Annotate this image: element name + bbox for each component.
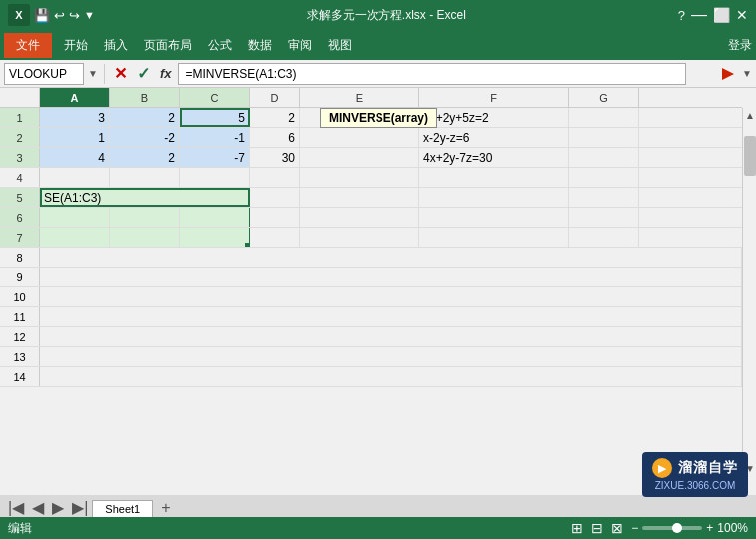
menu-insert[interactable]: 插入 [96, 33, 136, 58]
cell-e7[interactable] [300, 228, 419, 247]
zoom-thumb[interactable] [672, 523, 682, 533]
cell-d6[interactable] [250, 208, 300, 227]
status-right-icons: ⊞ ⊟ ⊠ − + 100% [571, 520, 748, 536]
tab-nav-last[interactable]: ▶| [68, 498, 92, 517]
row-num-8: 8 [0, 248, 40, 267]
tab-nav-next[interactable]: ▶ [48, 498, 68, 517]
scroll-up-arrow[interactable]: ▲ [743, 108, 756, 122]
vertical-scrollbar[interactable]: ▲ ▼ [742, 108, 756, 475]
cell-g4[interactable] [569, 168, 639, 187]
col-header-g[interactable]: G [569, 88, 639, 107]
cell-c4[interactable] [180, 168, 250, 187]
cell-a5[interactable]: SE(A1:C3) [40, 188, 250, 207]
col-header-b[interactable]: B [110, 88, 180, 107]
col-header-f[interactable]: F [419, 88, 569, 107]
cell-b4[interactable] [110, 168, 180, 187]
add-sheet-button[interactable]: + [155, 499, 176, 517]
menu-file[interactable]: 文件 [4, 33, 52, 58]
cell-a4[interactable] [40, 168, 110, 187]
minimize-button[interactable]: — [691, 6, 707, 24]
cell-c1[interactable]: 5 [180, 108, 250, 127]
cell-f1[interactable]: 3x+2y+5z=2 [419, 108, 569, 127]
zoom-out-icon[interactable]: − [631, 521, 638, 535]
table-row: 13 [0, 347, 742, 367]
page-break-icon[interactable]: ⊠ [611, 520, 623, 536]
cell-f6[interactable] [419, 208, 569, 227]
tab-nav-prev[interactable]: ◀ [28, 498, 48, 517]
cell-f3[interactable]: 4x+2y-7z=30 [419, 148, 569, 167]
restore-button[interactable]: ⬜ [713, 7, 730, 23]
cell-e5[interactable] [300, 188, 419, 207]
login-button[interactable]: 登录 [728, 37, 752, 54]
cell-g2[interactable] [569, 128, 639, 147]
sheet-tab-sheet1[interactable]: Sheet1 [92, 500, 153, 517]
cell-b7[interactable] [110, 228, 180, 247]
menu-formula[interactable]: 公式 [200, 33, 240, 58]
cell-g3[interactable] [569, 148, 639, 167]
cell-c3[interactable]: -7 [180, 148, 250, 167]
formula-input[interactable] [178, 63, 686, 85]
cell-f2[interactable]: x-2y-z=6 [419, 128, 569, 147]
cell-c7[interactable] [180, 228, 250, 247]
cell-f4[interactable] [419, 168, 569, 187]
undo-icon[interactable]: ↩ [54, 8, 65, 23]
table-row: 10 [0, 287, 742, 307]
formula-dropdown-icon[interactable]: ▼ [742, 68, 752, 79]
cell-d1[interactable]: 2 [250, 108, 300, 127]
cell-a6[interactable] [40, 208, 110, 227]
cell-b6[interactable] [110, 208, 180, 227]
cell-b1[interactable]: 2 [110, 108, 180, 127]
cell-e2[interactable] [300, 128, 419, 147]
cell-b3[interactable]: 2 [110, 148, 180, 167]
tab-nav-first[interactable]: |◀ [4, 498, 28, 517]
cell-c2[interactable]: -1 [180, 128, 250, 147]
customize-icon[interactable]: ▼ [84, 9, 95, 21]
cell-f7[interactable] [419, 228, 569, 247]
fx-icon[interactable]: fx [157, 66, 175, 81]
cell-d4[interactable] [250, 168, 300, 187]
quick-save-icon[interactable]: 💾 [34, 8, 50, 23]
menu-home[interactable]: 开始 [56, 33, 96, 58]
fill-handle[interactable] [245, 243, 250, 247]
confirm-icon[interactable]: ✓ [134, 64, 153, 83]
zoom-in-icon[interactable]: + [706, 521, 713, 535]
menu-data[interactable]: 数据 [240, 33, 280, 58]
normal-view-icon[interactable]: ⊞ [571, 520, 583, 536]
cell-d3[interactable]: 30 [250, 148, 300, 167]
cell-d7[interactable] [250, 228, 300, 247]
cancel-icon[interactable]: ✕ [111, 64, 130, 83]
cell-g6[interactable] [569, 208, 639, 227]
menu-pagelayout[interactable]: 页面布局 [136, 33, 200, 58]
col-header-e[interactable]: E [300, 88, 419, 107]
cell-e3[interactable] [300, 148, 419, 167]
name-box-arrow[interactable]: ▼ [88, 68, 98, 79]
cell-f5[interactable] [419, 188, 569, 207]
name-box[interactable] [4, 63, 84, 85]
redo-icon[interactable]: ↪ [69, 8, 80, 23]
menu-review[interactable]: 审阅 [280, 33, 320, 58]
cell-e4[interactable] [300, 168, 419, 187]
cell-d2[interactable]: 6 [250, 128, 300, 147]
cell-a1[interactable]: 3 [40, 108, 110, 127]
cell-e6[interactable] [300, 208, 419, 227]
cell-g5[interactable] [569, 188, 639, 207]
menu-view[interactable]: 视图 [320, 33, 360, 58]
col-header-d[interactable]: D [250, 88, 300, 107]
scroll-thumb[interactable] [744, 136, 756, 176]
col-header-a[interactable]: A [40, 88, 110, 107]
cell-a3[interactable]: 4 [40, 148, 110, 167]
page-layout-icon[interactable]: ⊟ [591, 520, 603, 536]
cell-g7[interactable] [569, 228, 639, 247]
row-num-2: 2 [0, 128, 40, 147]
close-button[interactable]: ✕ [736, 7, 748, 23]
row-num-6: 6 [0, 208, 40, 227]
cell-a2[interactable]: 1 [40, 128, 110, 147]
cell-c6[interactable] [180, 208, 250, 227]
zoom-slider[interactable] [642, 526, 702, 530]
cell-g1[interactable] [569, 108, 639, 127]
help-button[interactable]: ? [678, 8, 685, 23]
col-header-c[interactable]: C [180, 88, 250, 107]
cell-a7[interactable] [40, 228, 110, 247]
cell-b2[interactable]: -2 [110, 128, 180, 147]
cell-d5[interactable] [250, 188, 300, 207]
